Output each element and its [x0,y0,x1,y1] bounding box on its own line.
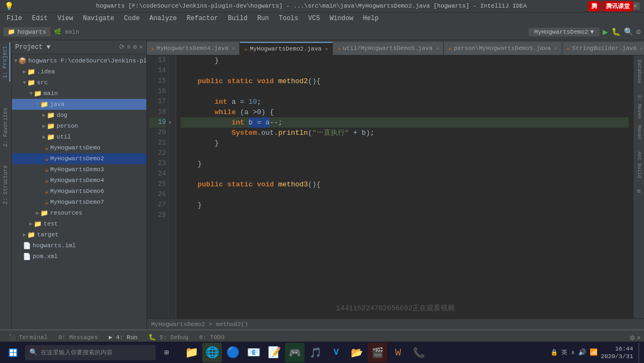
show-desktop-button[interactable] [639,343,642,362]
taskbar-app4[interactable]: 📝 [264,343,284,362]
tree-item-java[interactable]: ▼ 📁 java [12,99,146,110]
project-tab[interactable]: 1: Project [1,42,10,82]
time-display: 16:44 [601,345,633,353]
tree-item-iml[interactable]: 📄 hogwarts.iml [12,240,146,251]
taskbar-edge[interactable]: 🔵 [223,343,243,362]
editor-tabs: ☕ MyHogwartsDemo4.java ✕ ☕ MyHogwartsDem… [147,40,644,55]
tree-item-target[interactable]: ▶ 📁 target [12,229,146,240]
tree-item-demo6[interactable]: ☕ MyHogwartsDemo6 [12,186,146,197]
tray-volume[interactable]: 🔊 [578,348,586,356]
tab-demo4[interactable]: ☕ MyHogwartsDemo4.java ✕ [147,42,240,55]
taskbar-chrome[interactable]: 🌐 [202,343,222,362]
tree-item-main[interactable]: ▼ 📁 main [12,88,146,99]
right-sidebar: Database S: Maven Maven Ant Build m [633,55,644,318]
code-line-15: public static void method2(){ [181,76,629,86]
menu-analyze[interactable]: Analyze [145,14,181,23]
tray-network[interactable]: 📶 [590,348,598,356]
toolbar: 📁 hogwarts 🌿 main MyHogwartsDemo2 ▼ ▶ 🐛 … [0,24,644,40]
tree-item-test[interactable]: ▶ 📁 test [12,218,146,229]
tree-item-demo7[interactable]: ☕ MyHogwartsDemo7 [12,197,146,208]
menu-code[interactable]: Code [120,14,144,23]
project-label: Project ▼ [15,43,51,51]
tree-item-demo3[interactable]: ☕ MyHogwartsDemo3 [12,164,146,175]
tree-item-person[interactable]: ▶ 📁 person [12,121,146,132]
maven-tab[interactable]: Maven [636,123,642,142]
menu-bar: File Edit View Navigate Code Analyze Ref… [0,12,644,24]
tree-item-idea[interactable]: ▶ 📁 .idea [12,66,146,77]
folder-icon: 📁 [8,28,15,35]
sync-icon[interactable]: ⟳ [119,43,125,51]
tree-item-pom[interactable]: 📄 pom.xml [12,251,146,262]
taskbar-app8[interactable]: 📂 [347,343,367,362]
menu-run[interactable]: Run [253,14,274,23]
taskbar-app3[interactable]: 📧 [244,343,263,362]
taskbar-app9[interactable]: 🎬 [368,343,387,362]
menu-help[interactable]: Help [358,14,383,23]
tab-stringbuilder[interactable]: ☕ StringBuilder.java ✕ [562,42,644,55]
ant-tab[interactable]: Ant Build [636,149,642,180]
close-run-icon[interactable]: ✕ [637,334,641,342]
menu-view[interactable]: View [53,14,78,23]
close-tab-stringbuilder[interactable]: ✕ [640,45,643,52]
gutter: ➤ [169,55,176,318]
tree-item-dog[interactable]: ▶ 📁 dog [12,110,146,121]
collapse-icon[interactable]: ≡ [127,43,131,51]
menu-edit[interactable]: Edit [28,14,52,23]
search-button[interactable]: 🔍 [624,27,633,36]
tab-person-demo5[interactable]: ☕ person\MyHogwartsDemo5.java ✕ [444,42,562,55]
menu-vcs[interactable]: VCS [304,14,325,23]
windows-taskbar: 🔍 在这里输入你要搜索的内容 ⊞ 📁 🌐 🔵 📧 📝 🎮 🎵 V 📂 🎬 W 📞… [0,341,644,363]
task-view-button[interactable]: ⊞ [157,342,176,364]
taskbar-file-explorer[interactable]: 📁 [182,343,201,362]
tree-item-hogwarts[interactable]: ▼ 📦 hogwarts F:\codeSource\Jenkins-plugi… [12,55,146,66]
database-tab[interactable]: Database [636,58,642,85]
execution-arrow: ➤ [169,120,172,126]
run-button[interactable]: ▶ [603,27,608,37]
tree-item-resources[interactable]: ▶ 📁 resources [12,208,146,218]
tray-icons[interactable]: 🔒 英 ∧ [550,348,575,356]
taskbar-app5[interactable]: 🎮 [285,343,305,362]
code-line-28 [181,210,629,221]
tab-demo5[interactable]: ☕ util/MyHogwartsDemo5.java ✕ [333,42,444,55]
menu-build[interactable]: Build [224,14,252,23]
clock[interactable]: 16:44 2020/3/31 [601,345,633,360]
tree-item-demo1[interactable]: ☕ MyHogwartsDemo [12,142,146,153]
run-config-selector[interactable]: MyHogwartsDemo2 ▼ [529,28,599,36]
code-line-13: } [181,55,629,66]
start-button[interactable] [2,342,24,364]
code-area[interactable]: } public static void method2(){ int a = … [176,55,633,318]
close-tab-demo5-util[interactable]: ✕ [436,45,439,52]
project-selector[interactable]: 📁 hogwarts [3,27,51,36]
code-line-26 [181,190,629,200]
favorites-tab[interactable]: 2: Favorites [2,104,10,150]
structure-tab[interactable]: Z: Structure [2,162,10,208]
menu-file[interactable]: File [2,14,27,23]
schlitten-tab[interactable]: S: Maven [636,93,642,121]
settings-tree-icon[interactable]: ⚙ [133,43,137,51]
close-tab-person-demo5[interactable]: ✕ [554,45,558,52]
m-tab[interactable]: m [637,188,641,195]
tab-demo2[interactable]: ☕ MyHogwartsDemo2.java ✕ [240,42,333,55]
tree-item-demo4[interactable]: ☕ MyHogwartsDemo4 [12,175,146,186]
debug-button[interactable]: 🐛 [611,27,621,36]
tree-item-demo2[interactable]: ☕ MyHogwartsDemo2 [12,153,146,164]
taskbar-app11[interactable]: 📞 [409,343,429,362]
settings-button[interactable]: ⚙ [636,27,641,36]
code-line-17: int a = 10; [181,97,629,107]
close-panel-icon[interactable]: ✕ [139,43,143,51]
close-tab-demo2[interactable]: ✕ [325,46,328,52]
menu-tools[interactable]: Tools [275,14,303,23]
tree-item-util[interactable]: ▶ 📁 util [12,132,146,142]
tree-item-src[interactable]: ▼ 📁 src [12,77,146,88]
menu-navigate[interactable]: Navigate [78,14,119,23]
taskbar-search[interactable]: 🔍 在这里输入你要搜索的内容 [25,345,156,360]
breadcrumb-bar: MyHogwartsDemo2 > method2() [147,318,644,329]
branch-indicator: 🌿 main [54,28,79,35]
code-line-23: } [181,159,629,169]
taskbar-app10[interactable]: W [388,343,408,362]
taskbar-app6[interactable]: 🎵 [306,343,325,362]
menu-refactor[interactable]: Refactor [182,14,222,23]
close-tab-demo4[interactable]: ✕ [232,45,235,52]
taskbar-app7[interactable]: V [326,343,346,362]
menu-window[interactable]: Window [325,14,357,23]
